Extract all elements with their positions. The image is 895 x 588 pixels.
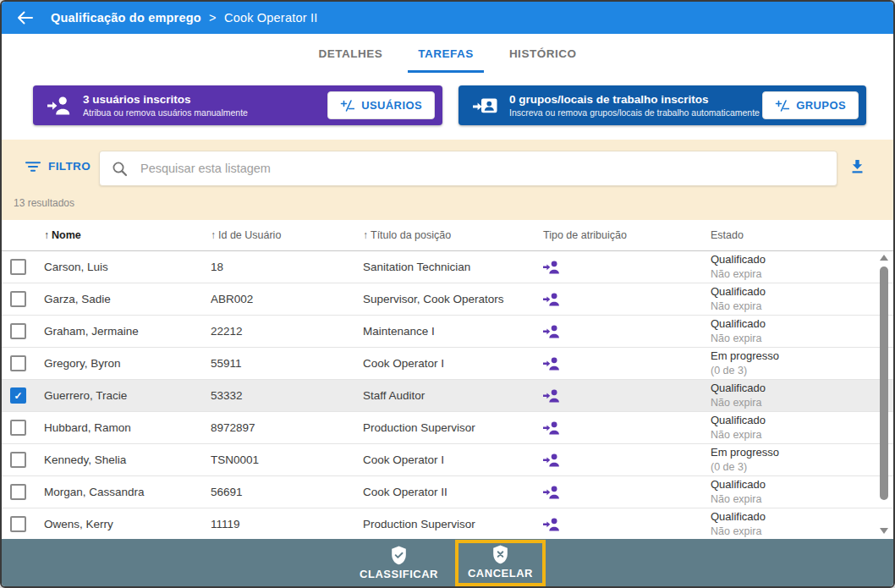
cell-position-title: Staff Auditor (353, 389, 533, 402)
row-checkbox[interactable] (10, 355, 26, 371)
tab-tarefas[interactable]: TAREFAS (404, 47, 487, 73)
person-add-icon (47, 96, 72, 115)
column-header-titulo-posicao[interactable]: ↑Título da posição (353, 229, 533, 241)
cell-assignment-type (533, 518, 700, 531)
cell-checkbox (2, 355, 34, 371)
row-checkbox[interactable] (10, 516, 26, 532)
row-checkbox[interactable] (10, 291, 26, 307)
cancelar-button[interactable]: CANCELAR (466, 545, 535, 580)
tab-detalhes[interactable]: DETALHES (305, 47, 397, 73)
table-row[interactable]: Kennedy, SheliaTSN0001Cook Operator IEm … (2, 444, 893, 476)
groups-banner-title: 0 grupos/locais de trabalho inscritos (509, 93, 762, 106)
download-icon (849, 159, 865, 174)
breadcrumb-separator: > (209, 11, 217, 25)
scrollbar-thumb[interactable] (880, 267, 888, 500)
cell-checkbox (2, 420, 34, 436)
person-add-icon (543, 389, 561, 403)
row-checkbox[interactable] (10, 323, 26, 339)
table-row[interactable]: Gregory, Byron55911Cook Operator IEm pro… (2, 348, 893, 380)
cell-position-title: Production Supervisor (353, 421, 533, 434)
row-checkbox[interactable] (10, 420, 26, 436)
scroll-up-icon[interactable] (880, 255, 888, 261)
cell-user-id: 53332 (200, 389, 353, 402)
status-text: Qualificado (711, 285, 893, 299)
table-row[interactable]: Hubbard, Ramon8972897Production Supervis… (2, 412, 893, 444)
cell-name: Guerrero, Tracie (34, 389, 200, 402)
cell-name: Kennedy, Shelia (34, 453, 200, 466)
plus-minus-icon (775, 100, 789, 112)
status-text: Qualificado (711, 414, 893, 428)
status-detail: (0 de 3) (711, 364, 893, 377)
cell-status: QualificadoNão expira (700, 382, 893, 409)
table-row[interactable]: Garza, SadieABR002Supervisor, Cook Opera… (2, 283, 893, 316)
download-button[interactable] (849, 159, 865, 174)
cell-status: QualificadoNão expira (700, 285, 893, 313)
grupos-button-label: GRUPOS (796, 99, 846, 112)
table-row[interactable]: Carson, Luis18Sanitation TechnicianQuali… (2, 251, 893, 283)
status-detail: Não expira (711, 299, 893, 313)
cell-assignment-type (533, 389, 700, 403)
usuarios-button-label: USUÁRIOS (361, 99, 422, 112)
table-row[interactable]: Morgan, Cassandra56691Cook Operator IIQu… (2, 476, 893, 508)
cell-checkbox (2, 452, 34, 468)
status-text: Qualificado (711, 510, 893, 525)
users-banner: 3 usuários inscritos Atribua ou remova u… (33, 85, 442, 125)
breadcrumb: Qualificação do emprego > Cook Operator … (51, 11, 317, 25)
cell-name: Hubbard, Ramon (34, 421, 200, 434)
cell-status: QualificadoNão expira (700, 510, 893, 538)
cell-name: Carson, Luis (34, 261, 200, 273)
search-box (99, 151, 837, 186)
cancelar-label: CANCELAR (468, 567, 533, 580)
column-header-tipo-atribuicao[interactable]: Tipo de atribuição (533, 229, 700, 241)
table-row[interactable]: Owens, Kerry11119Production SupervisorQu… (2, 508, 893, 539)
cell-position-title: Cook Operator II (353, 486, 533, 498)
column-header-id-usuario[interactable]: ↑Id de Usuário (200, 229, 353, 241)
sort-asc-icon: ↑ (44, 229, 49, 241)
row-checkbox[interactable] (10, 484, 26, 500)
row-checkbox[interactable] (10, 452, 26, 468)
cell-name: Gregory, Byron (34, 357, 200, 370)
cell-assignment-type (533, 486, 700, 499)
person-add-icon (543, 421, 561, 435)
column-header-nome[interactable]: ↑Nome (34, 229, 200, 241)
column-header-estado[interactable]: Estado (700, 229, 893, 241)
grupos-button[interactable]: GRUPOS (762, 91, 859, 119)
cell-user-id: 55911 (200, 357, 353, 370)
table-row[interactable]: ✓Guerrero, Tracie53332Staff AuditorQuali… (2, 380, 893, 412)
row-checkbox[interactable]: ✓ (10, 387, 26, 404)
cell-user-id: 18 (200, 261, 353, 273)
status-text: Qualificado (711, 382, 893, 396)
status-detail: Não expira (711, 525, 893, 538)
cell-checkbox (2, 323, 34, 339)
row-checkbox[interactable] (10, 259, 26, 275)
status-text: Qualificado (711, 317, 893, 332)
filter-label: FILTRO (48, 160, 91, 173)
results-count: 13 resultados (14, 197, 74, 209)
group-add-icon (473, 96, 498, 115)
person-add-icon (543, 357, 561, 371)
shield-check-icon (390, 546, 408, 565)
filter-button[interactable]: FILTRO (25, 160, 91, 173)
tab-historico[interactable]: HISTÓRICO (496, 47, 590, 73)
cell-position-title: Maintenance I (353, 325, 533, 338)
cell-assignment-type (533, 261, 700, 274)
status-detail: Não expira (711, 396, 893, 409)
scroll-down-icon[interactable] (880, 528, 888, 534)
sort-asc-icon: ↑ (211, 229, 216, 241)
groups-banner-subtitle: Inscreva ou remova grupos/locais de trab… (509, 107, 762, 118)
users-banner-title: 3 usuários inscritos (83, 93, 327, 106)
cell-assignment-type (533, 357, 700, 371)
usuarios-button[interactable]: USUÁRIOS (327, 91, 435, 119)
cell-assignment-type (533, 421, 700, 435)
table-row[interactable]: Graham, Jermaine22212Maintenance IQualif… (2, 316, 893, 348)
search-input[interactable] (139, 161, 825, 176)
cell-checkbox: ✓ (2, 387, 34, 404)
sort-asc-icon: ↑ (363, 229, 368, 241)
cancel-highlight-box: CANCELAR (455, 540, 546, 586)
classificar-button[interactable]: CLASSIFICAR (349, 544, 448, 582)
cell-name: Graham, Jermaine (34, 325, 200, 338)
cell-checkbox (2, 484, 34, 500)
back-button[interactable] (14, 8, 37, 28)
cell-name: Garza, Sadie (34, 293, 200, 305)
cell-position-title: Supervisor, Cook Operators (353, 293, 533, 305)
